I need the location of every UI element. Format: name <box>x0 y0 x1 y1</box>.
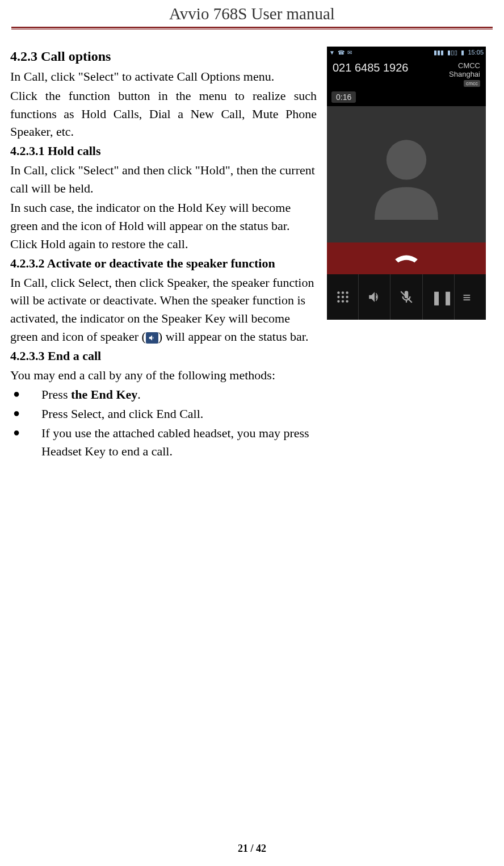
page-number: 21 / 42 <box>0 843 504 855</box>
p-intro-2: Click the function button in the menu to… <box>10 87 317 141</box>
p-hold-2: In such case, the indicator on the Hold … <box>10 199 317 253</box>
dialpad-button[interactable] <box>327 274 359 320</box>
end-call-button[interactable] <box>327 242 486 274</box>
svg-point-3 <box>346 291 348 294</box>
title-product: Avvio 768S <box>169 5 247 23</box>
signal-icon: ▮▯▯ <box>447 49 457 56</box>
shield-icon: ▼ <box>329 49 335 56</box>
svg-point-7 <box>337 300 339 302</box>
hangup-icon <box>394 253 419 263</box>
heading-4.2.3.3: 4.2.3.3 End a call <box>10 347 317 365</box>
header-title: Avvio 768S User manual <box>0 5 504 23</box>
call-duration: 0:16 <box>331 91 356 103</box>
body-text: 4.2.3 Call options In Call, click "Selec… <box>10 47 317 462</box>
call-icon: ☎ <box>338 49 345 56</box>
operator-name: CMCC <box>449 61 480 70</box>
mute-icon <box>399 290 414 304</box>
call-timer: 0:16 <box>331 91 481 103</box>
svg-point-1 <box>337 291 339 294</box>
heading-4.2.3: 4.2.3 Call options <box>10 47 317 66</box>
call-number: 021 6485 1926 <box>333 61 408 87</box>
p-intro-1: In Call, click "Select" to activate Call… <box>10 68 317 86</box>
p-end-intro: You may end a call by any of the followi… <box>10 366 317 384</box>
speaker-icon <box>146 332 158 344</box>
title-suffix: User manual <box>247 5 335 23</box>
svg-point-5 <box>341 296 343 298</box>
svg-point-2 <box>341 291 343 294</box>
pause-icon: ❚❚ <box>431 290 446 304</box>
call-info-bar: 021 6485 1926 CMCC Shanghai cmcc <box>327 58 486 89</box>
avatar-placeholder <box>327 106 486 242</box>
speaker-button[interactable] <box>359 274 390 320</box>
operator-location: Shanghai <box>449 70 480 78</box>
hold-button[interactable]: ❚❚ <box>423 274 455 320</box>
status-bar: ▼ ☎ ✉ ▮▮▮ ▮▯▯ ▮ 15:05 <box>327 47 486 58</box>
svg-point-6 <box>346 296 348 298</box>
status-left-icons: ▼ ☎ ✉ <box>329 49 353 56</box>
list-item: Press Select, and click End Call. <box>41 405 317 423</box>
heading-4.2.3.1: 4.2.3.1 Hold calls <box>10 142 317 160</box>
p-speaker: In Call, click Select, then click Speake… <box>10 274 317 346</box>
heading-4.2.3.2: 4.2.3.2 Activate or deactivate the speak… <box>10 254 317 273</box>
sim-badge: cmcc <box>464 80 480 87</box>
signal-icon: ▮▮▮ <box>434 49 444 56</box>
svg-point-4 <box>337 296 339 298</box>
list-item: Press the End Key. <box>41 386 317 404</box>
speaker-icon <box>367 290 382 304</box>
status-time: 15:05 <box>468 49 484 56</box>
svg-point-8 <box>341 300 343 302</box>
call-controls: ❚❚ ≡ <box>327 274 486 320</box>
menu-icon: ≡ <box>463 290 477 304</box>
p-hold-1: In Call, click "Select" and then click "… <box>10 161 317 198</box>
list-item: If you use the attached cabled headset, … <box>41 424 317 461</box>
p-speaker-b: ) will appear on the status bar. <box>158 329 309 344</box>
page-header: Avvio 768S User manual <box>0 0 504 30</box>
more-button[interactable]: ≡ <box>455 274 486 320</box>
mute-button[interactable] <box>390 274 422 320</box>
svg-point-9 <box>346 300 348 302</box>
svg-point-0 <box>387 140 426 179</box>
msg-icon: ✉ <box>347 49 352 56</box>
phone-screenshot: ▼ ☎ ✉ ▮▮▮ ▮▯▯ ▮ 15:05 021 6485 1926 CMCC <box>327 47 486 312</box>
avatar-icon <box>361 129 452 220</box>
call-operator: CMCC Shanghai cmcc <box>449 61 480 87</box>
dialpad-icon <box>335 290 350 304</box>
end-call-list: Press the End Key. Press Select, and cli… <box>10 386 317 461</box>
battery-icon: ▮ <box>461 49 464 56</box>
status-right: ▮▮▮ ▮▯▯ ▮ 15:05 <box>432 49 484 56</box>
